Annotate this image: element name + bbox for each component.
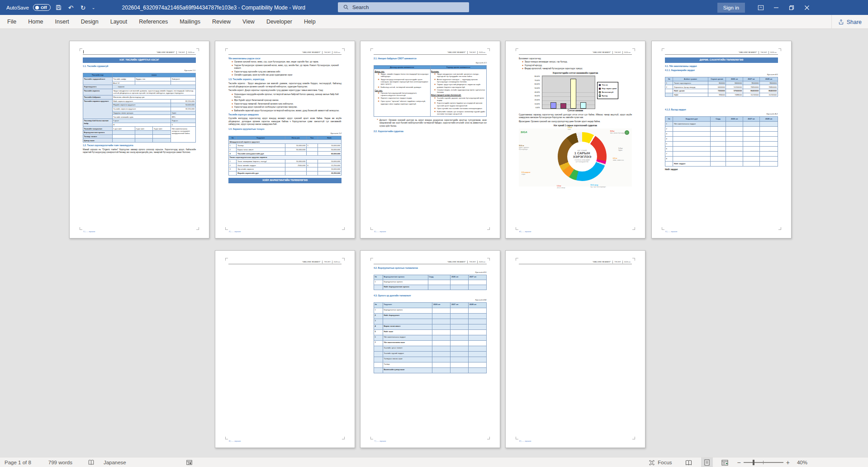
print-layout-button[interactable] bbox=[701, 457, 713, 467]
table-cell bbox=[451, 335, 469, 340]
bullet-icon: ✚ bbox=[378, 97, 379, 100]
table-cell: төсөл bbox=[112, 73, 195, 77]
close-button[interactable] bbox=[799, 0, 815, 15]
minimize-button[interactable] bbox=[768, 0, 784, 15]
heading-4-3: 4.3. Орлого үр дүнгийн төлөвлөлт bbox=[374, 295, 487, 298]
redo-icon[interactable]: ↻ bbox=[79, 4, 87, 12]
table-cell: № bbox=[665, 77, 673, 81]
undo-icon[interactable]: ↶ bbox=[67, 4, 75, 12]
legend-entry: Бусад bbox=[599, 95, 617, 97]
title-bar: AutoSave Off ↶ ↻ ⌄ 202604_6320974a21465a… bbox=[0, 0, 868, 15]
list-item: ✚Хүүхэдтэй өрхүүд. bbox=[522, 64, 632, 67]
focus-button[interactable]: Focus bbox=[644, 457, 676, 467]
page-7[interactable]: "ORGANIC MARKET" ТӨСӨЛ 2026 он 4.2. Борл… bbox=[360, 250, 500, 448]
page-3[interactable]: "ORGANIC MARKET" ТӨСӨЛ 2026 он 2.1. Нөхц… bbox=[360, 41, 500, 238]
tab-mailings[interactable]: Mailings bbox=[174, 15, 206, 29]
table-caption: Хүснэгт 4.4. bbox=[374, 299, 487, 301]
autosave-toggle[interactable]: Off bbox=[33, 4, 51, 11]
tab-developer[interactable]: Developer bbox=[261, 15, 298, 29]
table-cell: Төслийн өгөөжийн хувь bbox=[112, 115, 171, 119]
table-cell: 86400000 bbox=[760, 89, 778, 93]
autosave-state: Off bbox=[41, 5, 47, 10]
table-cell bbox=[469, 346, 487, 351]
donut-label: 10.6 кггурил, гурилан бүтээгдэхүүн bbox=[519, 145, 538, 151]
table-cell bbox=[451, 285, 469, 290]
satisfaction-chart: 80.00%70.00%60.00%50.00%40.00%30.00%20.0… bbox=[519, 76, 632, 109]
tab-design[interactable]: Design bbox=[75, 15, 104, 29]
page-2[interactable]: "ORGANIC MARKET" ТӨСӨЛ 2026 он Үйл ажилл… bbox=[215, 41, 355, 238]
page-5[interactable]: "ORGANIC MARKET" ТӨСӨЛ 2026 он ДӨРӨВ. СА… bbox=[651, 41, 792, 238]
heading-4-1-1: 4.1.1. Хөдөлмөрийн зардал bbox=[665, 69, 778, 72]
word-count[interactable]: 799 words bbox=[44, 457, 77, 467]
sign-in-button[interactable]: Sign in bbox=[717, 3, 745, 13]
zoom-thumb[interactable] bbox=[753, 460, 754, 465]
table-cell: Өөрийн хөрөнгийн дүн bbox=[237, 171, 285, 175]
list-item: ✚Хэрэглэгчдэд хүргэхийн тулд эко савлага… bbox=[232, 71, 342, 73]
page-indicator[interactable]: Page 1 of 8 bbox=[0, 457, 36, 467]
page-4[interactable]: "ORGANIC MARKET" ТӨСӨЛ 2026 он Боломжит … bbox=[505, 41, 645, 238]
table-cell: 6400000 bbox=[708, 85, 726, 89]
read-mode-button[interactable] bbox=[683, 457, 695, 467]
page-6[interactable]: "ORGANIC MARKET" ТӨСӨЛ 2026 он 6 | .....… bbox=[215, 250, 355, 448]
header-label: ТӨСӨЛ bbox=[759, 51, 768, 54]
table-cell: 2 bbox=[665, 127, 673, 132]
table-cell: Төслийн шифр bbox=[112, 77, 135, 81]
chart-bar bbox=[580, 102, 586, 109]
quick-access-chevron-icon[interactable]: ⌄ bbox=[91, 4, 96, 12]
zoom-track[interactable] bbox=[744, 462, 783, 463]
table-cell: 2026 он bbox=[726, 77, 743, 81]
table-cell bbox=[760, 152, 778, 157]
table-cell bbox=[306, 148, 318, 152]
tab-view[interactable]: View bbox=[237, 15, 261, 29]
proofing-icon[interactable] bbox=[83, 457, 99, 467]
restore-button[interactable] bbox=[784, 0, 799, 15]
table-cell: 7 bbox=[665, 152, 673, 157]
table-cell bbox=[743, 127, 759, 132]
bullet-icon: ✚ bbox=[522, 64, 523, 67]
macro-record-icon[interactable] bbox=[181, 457, 197, 467]
table-cell bbox=[760, 142, 778, 147]
table-cell bbox=[469, 335, 487, 340]
tab-help[interactable]: Help bbox=[298, 15, 322, 29]
tab-file[interactable]: File bbox=[0, 15, 22, 29]
tab-layout[interactable]: Layout bbox=[104, 15, 133, 29]
heading-1-3: 1.3. Төслийн зорилго, зорилтууд bbox=[228, 78, 342, 81]
table-cell: 5 bbox=[171, 123, 196, 127]
table-cell: 8400000 bbox=[726, 81, 743, 85]
share-button[interactable]: Share bbox=[831, 15, 868, 29]
table-cell bbox=[432, 357, 451, 362]
page-8[interactable]: "ORGANIC MARKET" ТӨСӨЛ 2026 он 8 | .....… bbox=[505, 250, 645, 448]
table-cell: 1 bbox=[229, 159, 237, 163]
table-cell: 50,000,000 bbox=[285, 148, 306, 152]
page-1[interactable]: "ORGANIC MARKET" ТӨСӨЛ 2026 он НЭГ. ТӨСЛ… bbox=[69, 41, 209, 238]
table-cell bbox=[451, 367, 469, 373]
document-canvas[interactable]: "ORGANIC MARKET" ТӨСӨЛ 2026 он НЭГ. ТӨСЛ… bbox=[0, 29, 868, 457]
page-footer: 4 | ..... хоршоо bbox=[519, 230, 531, 233]
table-cell bbox=[383, 319, 432, 324]
table-cell: 2 bbox=[229, 163, 237, 167]
zoom-level[interactable]: 40% bbox=[797, 460, 807, 465]
table-cell bbox=[665, 89, 673, 93]
tab-insert[interactable]: Insert bbox=[49, 15, 75, 29]
tab-review[interactable]: Review bbox=[206, 15, 237, 29]
tab-references[interactable]: References bbox=[133, 15, 174, 29]
header-year: 2026 он bbox=[477, 51, 487, 54]
table-cell bbox=[135, 131, 153, 135]
table-cell: Хагас жилийн зардал bbox=[237, 163, 285, 167]
table-cell: 2027 он bbox=[469, 275, 487, 280]
table-cell: Нийт борлуулалтын орлого bbox=[383, 285, 428, 290]
zoom-in-icon[interactable]: + bbox=[786, 459, 790, 466]
language-indicator[interactable]: Japanese bbox=[99, 457, 131, 467]
web-layout-button[interactable] bbox=[719, 457, 731, 467]
search-input[interactable]: Search bbox=[338, 2, 469, 12]
zoom-out-icon[interactable]: − bbox=[737, 459, 741, 466]
table-cell: 2028 он bbox=[760, 77, 778, 81]
tab-home[interactable]: Home bbox=[22, 15, 49, 29]
table-cell bbox=[285, 152, 306, 156]
table-cell: Төслийн байршил bbox=[83, 95, 113, 99]
save-icon[interactable] bbox=[55, 4, 63, 12]
zoom-slider[interactable]: − + bbox=[737, 459, 790, 466]
ribbon-tab-bar: File Home Insert Design Layout Reference… bbox=[0, 15, 868, 29]
ribbon-display-options-icon[interactable] bbox=[753, 0, 768, 15]
bullet-icon: ✚ bbox=[232, 106, 233, 109]
